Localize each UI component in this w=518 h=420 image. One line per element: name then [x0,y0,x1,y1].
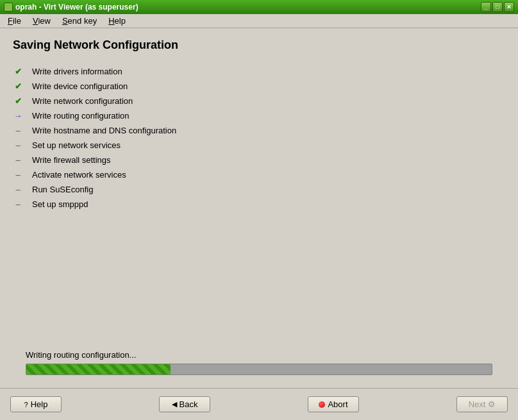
menu-bar: File View Send key Help [0,14,518,28]
status-text: Writing routing configuration... [26,350,492,360]
next-label: Next [469,399,486,409]
task-icon-write-network: ✔ [13,96,23,106]
maximize-button[interactable]: □ [492,2,503,12]
window-controls[interactable]: _ □ ✕ [481,2,514,12]
task-label-write-firewall: Write firewall settings [32,155,111,165]
task-icon-write-drivers: ✔ [13,67,23,76]
abort-button[interactable]: Abort [308,396,359,412]
task-item-write-device: ✔Write device configuration [13,80,505,93]
task-icon-set-smpppd: – [13,199,23,209]
task-label-write-drivers: Write drivers information [32,67,122,76]
task-item-write-firewall: –Write firewall settings [13,153,505,167]
task-icon-activate-network: – [13,170,23,180]
help-button[interactable]: ? Help [10,396,62,412]
menu-help[interactable]: Help [103,15,131,27]
task-icon-run-suseconfig: – [13,185,23,194]
abort-label: Abort [328,399,347,409]
task-label-run-suseconfig: Run SuSEconfig [32,185,93,194]
task-icon-write-device: ✔ [13,81,23,91]
task-label-write-routing: Write routing configuration [32,111,130,121]
menu-view[interactable]: View [28,15,56,27]
window-title: oprah - Virt Viewer (as superuser) [15,3,138,12]
task-list: ✔Write drivers information✔Write device … [13,65,505,211]
task-icon-write-firewall: – [13,155,23,165]
back-icon: ◀ [172,400,177,408]
task-item-activate-network: –Activate network services [13,168,505,181]
task-item-write-routing: →Write routing configuration [13,109,505,122]
menu-sendkey[interactable]: Send key [57,15,102,27]
title-bar-left: oprah - Virt Viewer (as superuser) [4,3,138,12]
progress-bar-container [26,364,492,375]
task-label-write-hostname: Write hostname and DNS configuration [32,126,176,135]
help-label: Help [31,399,48,409]
task-item-set-smpppd: –Set up smpppd [13,197,505,211]
menu-file[interactable]: File [3,15,26,27]
task-icon-setup-network: – [13,140,23,150]
page-title: Saving Network Configuration [13,38,505,52]
task-item-write-hostname: –Write hostname and DNS configuration [13,124,505,137]
back-button[interactable]: ◀ Back [159,396,210,412]
task-label-activate-network: Activate network services [32,170,126,180]
task-label-set-smpppd: Set up smpppd [32,199,88,209]
close-button[interactable]: ✕ [504,2,514,12]
status-area: Writing routing configuration... [13,345,505,378]
minimize-button[interactable]: _ [481,2,491,12]
next-icon: ⚙ [488,399,496,409]
progress-bar-fill [26,364,171,374]
task-item-run-suseconfig: –Run SuSEconfig [13,183,505,196]
task-item-write-network: ✔Write network configuration [13,94,505,108]
button-bar: ? Help ◀ Back Abort Next ⚙ [0,388,518,420]
back-label: Back [180,399,198,409]
task-item-write-drivers: ✔Write drivers information [13,65,505,78]
task-label-setup-network: Set up network services [32,140,121,150]
next-button[interactable]: Next ⚙ [456,396,508,412]
task-icon-write-hostname: – [13,126,23,135]
help-icon: ? [24,401,28,408]
task-label-write-device: Write device configuration [32,81,128,91]
task-icon-write-routing: → [13,111,23,121]
title-bar: oprah - Virt Viewer (as superuser) _ □ ✕ [0,0,518,14]
main-content: Saving Network Configuration ✔Write driv… [0,28,518,420]
app-icon [4,3,13,12]
task-item-setup-network: –Set up network services [13,139,505,152]
abort-icon [319,401,325,408]
task-label-write-network: Write network configuration [32,96,133,106]
inner-window: Saving Network Configuration ✔Write driv… [0,28,518,388]
